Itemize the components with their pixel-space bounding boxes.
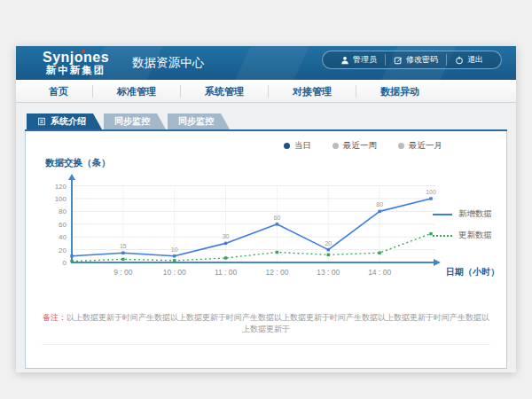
chart-legend: 新增数据 更新数据 bbox=[433, 208, 492, 241]
svg-text:20: 20 bbox=[325, 240, 332, 246]
power-icon bbox=[455, 56, 464, 65]
footnote: 备注：以上数据更新于时间产生数据以上数据更新于时间产生数据以上数据更新于时间产生… bbox=[42, 312, 490, 345]
svg-text:11 : 00: 11 : 00 bbox=[215, 268, 238, 277]
svg-text:100: 100 bbox=[55, 195, 67, 203]
legend-new-data-label: 新增数据 bbox=[458, 208, 492, 220]
radio-today[interactable]: 当日 bbox=[284, 140, 311, 152]
svg-text:80: 80 bbox=[376, 201, 383, 207]
legend-update-data-label: 更新数据 bbox=[458, 230, 492, 241]
svg-text:30: 30 bbox=[223, 233, 230, 239]
change-password-label: 修改密码 bbox=[406, 54, 438, 66]
header: Synjones 新中新集团 数据资源中心 管理员 修改密码 退出 bbox=[16, 46, 516, 80]
nav-item-data-change[interactable]: 数据异动 bbox=[356, 85, 443, 98]
svg-text:40: 40 bbox=[59, 233, 66, 241]
tab-system-intro[interactable]: 系统介绍 bbox=[27, 113, 102, 129]
time-range-filter: 当日 最近一周 最近一月 bbox=[26, 131, 506, 152]
chart-area: 数据交换（条） 0204060801001209 : 0010 : 0011 :… bbox=[26, 152, 506, 294]
brand-logo: Synjones 新中新集团 bbox=[43, 51, 109, 76]
svg-text:13 : 00: 13 : 00 bbox=[317, 268, 340, 277]
user-menu: 管理员 修改密码 退出 bbox=[322, 51, 502, 69]
logout-label: 退出 bbox=[467, 54, 483, 66]
svg-text:12 : 00: 12 : 00 bbox=[265, 268, 288, 277]
y-axis-title: 数据交换（条） bbox=[45, 157, 506, 169]
nav-item-system-mgmt[interactable]: 系统管理 bbox=[181, 85, 269, 98]
radio-last-month[interactable]: 最近一月 bbox=[398, 140, 442, 152]
edit-icon bbox=[394, 56, 403, 65]
main-nav: 首页 标准管理 系统管理 对接管理 数据异动 bbox=[16, 80, 516, 103]
dotted-line-swatch bbox=[433, 235, 452, 237]
radio-last-week[interactable]: 最近一周 bbox=[332, 140, 377, 152]
logo-accent-dot bbox=[82, 50, 85, 53]
radio-dot bbox=[284, 143, 290, 149]
tab-bar: 系统介绍 同步监控 同步监控 bbox=[25, 113, 507, 131]
footnote-label: 备注： bbox=[43, 313, 66, 322]
solid-line-swatch bbox=[433, 214, 452, 215]
user-menu-admin[interactable]: 管理员 bbox=[332, 54, 385, 66]
legend-item-update-data: 更新数据 bbox=[433, 230, 492, 241]
footnote-text: 以上数据更新于时间产生数据以上数据更新于时间产生数据以上数据更新于时间产生数据以… bbox=[66, 313, 489, 333]
svg-text:20: 20 bbox=[59, 246, 66, 254]
radio-last-month-label: 最近一月 bbox=[409, 140, 442, 152]
svg-text:60: 60 bbox=[274, 215, 281, 221]
user-icon bbox=[340, 56, 349, 65]
tab-sync-monitor-2[interactable]: 同步监控 bbox=[168, 113, 230, 129]
svg-text:80: 80 bbox=[59, 207, 66, 215]
content-area: 系统介绍 同步监控 同步监控 当日 最近一周 bbox=[16, 103, 516, 372]
radio-dot bbox=[332, 143, 339, 149]
tab-sync-monitor-1[interactable]: 同步监控 bbox=[104, 113, 166, 129]
user-menu-admin-label: 管理员 bbox=[353, 54, 377, 66]
svg-text:10: 10 bbox=[171, 246, 178, 253]
legend-item-new-data: 新增数据 bbox=[433, 208, 492, 220]
change-password-button[interactable]: 修改密码 bbox=[385, 54, 446, 66]
logo-text-cn: 新中新集团 bbox=[43, 65, 109, 75]
tab-sync-monitor-2-label: 同步监控 bbox=[178, 113, 214, 129]
nav-item-standard-mgmt[interactable]: 标准管理 bbox=[93, 85, 181, 98]
radio-today-label: 当日 bbox=[294, 140, 311, 152]
svg-text:14 : 00: 14 : 00 bbox=[368, 268, 391, 277]
app-window: Synjones 新中新集团 数据资源中心 管理员 修改密码 退出 首页 标准管… bbox=[16, 46, 516, 372]
document-icon bbox=[37, 117, 46, 126]
tab-sync-monitor-1-label: 同步监控 bbox=[114, 113, 150, 129]
nav-item-home[interactable]: 首页 bbox=[25, 85, 93, 98]
svg-text:60: 60 bbox=[59, 221, 66, 229]
radio-dot bbox=[398, 143, 404, 149]
svg-text:9 : 00: 9 : 00 bbox=[113, 268, 133, 277]
svg-text:10 : 00: 10 : 00 bbox=[163, 268, 186, 277]
page-title: 数据资源中心 bbox=[132, 55, 204, 71]
radio-last-week-label: 最近一周 bbox=[343, 140, 377, 152]
svg-text:日期（小时）: 日期（小时） bbox=[446, 267, 499, 277]
svg-text:0: 0 bbox=[63, 259, 67, 267]
nav-item-interface-mgmt[interactable]: 对接管理 bbox=[269, 85, 356, 98]
chart-panel: 当日 最近一周 最近一月 数据交换（条） 0204060801001209 : … bbox=[25, 131, 507, 369]
svg-text:15: 15 bbox=[120, 243, 127, 249]
svg-text:120: 120 bbox=[55, 183, 67, 191]
svg-text:100: 100 bbox=[426, 189, 436, 195]
tab-system-intro-label: 系统介绍 bbox=[51, 113, 86, 129]
logout-button[interactable]: 退出 bbox=[446, 54, 491, 66]
logo-text-en: Synjones bbox=[43, 51, 109, 66]
